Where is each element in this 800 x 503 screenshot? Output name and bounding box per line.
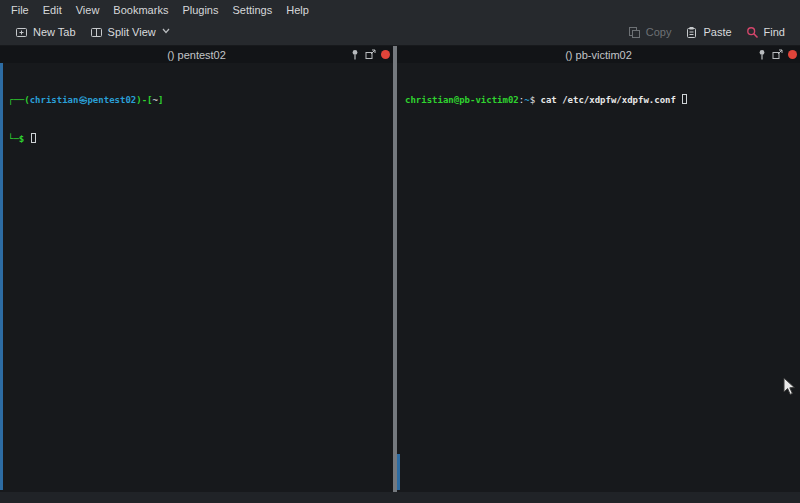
scrollbar[interactable]	[397, 454, 400, 490]
toolbar: New Tab Split View Copy	[0, 19, 800, 46]
prompt-line: christian@pb-victim02:~$ cat /etc/xdpfw/…	[405, 94, 800, 107]
window-footer	[0, 492, 800, 503]
menu-settings[interactable]: Settings	[225, 2, 279, 18]
menu-plugins[interactable]: Plugins	[175, 2, 225, 18]
close-icon[interactable]	[381, 50, 390, 59]
pane-title: () pentest02	[167, 49, 226, 61]
find-button[interactable]: Find	[739, 23, 792, 42]
menu-help[interactable]: Help	[279, 2, 316, 18]
pane-title: () pb-victim02	[565, 49, 632, 61]
pane-pb-victim02: () pb-victim02 christian@pb-v	[397, 46, 800, 492]
detach-icon[interactable]	[772, 49, 783, 60]
split-view-button[interactable]: Split View	[83, 23, 177, 42]
new-tab-icon	[15, 26, 28, 39]
prompt-line-1: ┌──(christian㉿pentest02)-[~]	[8, 94, 393, 107]
copy-label: Copy	[646, 26, 672, 38]
menu-file[interactable]: File	[4, 2, 36, 18]
menu-view[interactable]: View	[69, 2, 107, 18]
paste-button[interactable]: Paste	[678, 23, 738, 42]
pane-pentest02: () pentest02 ┌──(christian㉿pe	[0, 46, 393, 492]
pin-icon[interactable]	[350, 49, 360, 60]
paste-icon	[685, 26, 698, 39]
terminal-pentest02[interactable]: ┌──(christian㉿pentest02)-[~] └─$	[0, 63, 393, 172]
split-view-icon	[90, 26, 103, 39]
new-tab-button[interactable]: New Tab	[8, 23, 83, 42]
detach-icon[interactable]	[365, 49, 376, 60]
menu-edit[interactable]: Edit	[36, 2, 69, 18]
split-view-label: Split View	[108, 26, 156, 38]
paste-label: Paste	[703, 26, 731, 38]
terminal-area: () pentest02 ┌──(christian㉿pe	[0, 46, 800, 492]
scrollbar[interactable]	[0, 63, 3, 490]
pane-header-pentest02: () pentest02	[0, 46, 393, 63]
pane-header-icons	[757, 46, 797, 63]
find-icon	[746, 26, 759, 39]
new-tab-label: New Tab	[33, 26, 76, 38]
copy-button[interactable]: Copy	[621, 23, 679, 42]
menubar: File Edit View Bookmarks Plugins Setting…	[0, 0, 800, 19]
menu-bookmarks[interactable]: Bookmarks	[106, 2, 175, 18]
terminal-cursor	[31, 133, 36, 143]
chevron-down-icon	[162, 26, 170, 36]
terminal-cursor	[682, 94, 687, 104]
find-label: Find	[764, 26, 785, 38]
pin-icon[interactable]	[757, 49, 767, 60]
copy-icon	[628, 26, 641, 39]
close-icon[interactable]	[788, 50, 797, 59]
terminal-pb-victim02[interactable]: christian@pb-victim02:~$ cat /etc/xdpfw/…	[397, 63, 800, 133]
pane-header-pb-victim02: () pb-victim02	[397, 46, 800, 63]
prompt-line-2: └─$	[8, 133, 393, 146]
pane-header-icons	[350, 46, 390, 63]
